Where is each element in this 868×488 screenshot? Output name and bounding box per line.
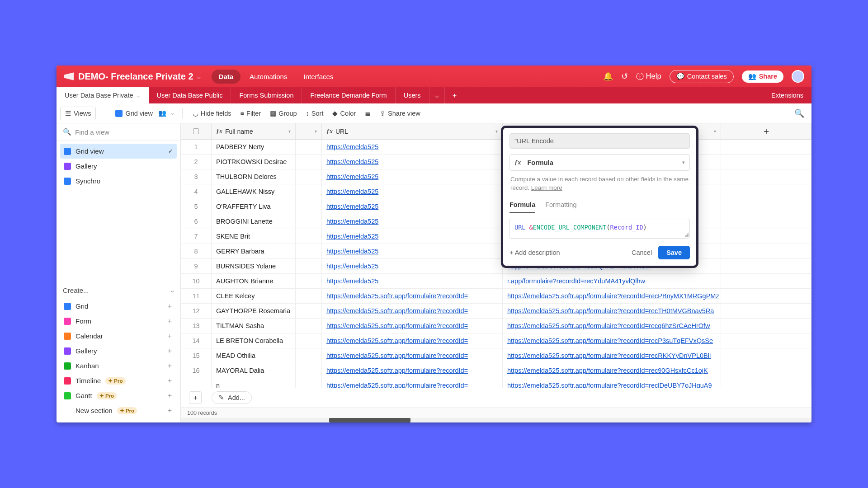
cell-url[interactable]: https://emelda525.softr.app/formulaire?r… (322, 289, 503, 303)
create-view-item[interactable]: Kanban＋ (60, 358, 177, 373)
column-header-fullname[interactable]: ƒxFull name▾ (212, 123, 296, 139)
url-link[interactable]: https://emelda525.softr.app/formulaire?r… (326, 382, 468, 388)
cell-url[interactable]: https://emelda525 (322, 140, 503, 154)
cell-fullname[interactable]: TILTMAN Sasha (212, 319, 296, 333)
filter-button[interactable]: ≡Filter (241, 110, 261, 117)
field-type-select[interactable]: ƒx Formula ▾ (509, 154, 690, 171)
cell-fullname[interactable]: MEAD Othilia (212, 348, 296, 363)
sidebar-view-item[interactable]: Synchro (60, 174, 177, 188)
create-view-item[interactable]: Calendar＋ (60, 328, 177, 343)
scrollbar-thumb[interactable] (329, 418, 410, 422)
sidebar-view-item[interactable]: Gallery (60, 159, 177, 174)
cell-url[interactable]: https://emelda525.softr.app/formulaire?r… (322, 319, 503, 333)
table-tab[interactable]: User Data Base Public (149, 87, 231, 103)
table-row[interactable]: 2PIOTRKOWSKI Desiraehttps://emelda525r.a… (181, 155, 811, 169)
search-button[interactable]: 🔍 (794, 108, 804, 118)
current-view-button[interactable]: Grid view 👥 ⌵ (113, 109, 176, 117)
table-row[interactable]: 1PADBERY Nertyhttps://emelda525r.app/for… (181, 140, 811, 155)
cell-blank[interactable] (296, 259, 322, 273)
cell-blank[interactable] (296, 378, 322, 388)
cell-url[interactable]: https://emelda525 (322, 244, 503, 258)
views-toggle-button[interactable]: ☰ Views (60, 107, 96, 120)
cell-fullname[interactable]: THULBORN Delores (212, 169, 296, 184)
base-title[interactable]: DEMO- Freelance Private 2 (78, 71, 193, 82)
cell-fullname[interactable]: PIOTRKOWSKI Desirae (212, 155, 296, 169)
cell-url-encode[interactable]: https://emelda525.softr.app/formulaire?r… (503, 333, 721, 348)
cell-url[interactable]: https://emelda525 (322, 169, 503, 184)
cell-url-encode[interactable]: https://emelda525.softr.app/formulaire?r… (503, 289, 721, 303)
encode-link[interactable]: https://emelda525.softr.app/formulaire?r… (507, 337, 713, 344)
encode-link[interactable]: https://emelda525.softr.app/formulaire?r… (507, 292, 719, 300)
user-avatar[interactable] (792, 70, 804, 83)
table-row[interactable]: 4GALLEHAWK Nissyhttps://emelda525r.app/f… (181, 184, 811, 199)
cell-blank[interactable] (296, 229, 322, 244)
url-link[interactable]: https://emelda525 (326, 143, 378, 150)
cell-url[interactable]: https://emelda525 (322, 274, 503, 288)
table-row[interactable]: 12GAYTHORPE Rosemariahttps://emelda525.s… (181, 304, 811, 319)
cell-url[interactable]: https://emelda525.softr.app/formulaire?r… (322, 363, 503, 378)
cell-blank[interactable] (296, 304, 322, 318)
cell-url[interactable]: https://emelda525 (322, 199, 503, 214)
url-link[interactable]: https://emelda525 (326, 173, 378, 180)
url-link[interactable]: https://emelda525.softr.app/formulaire?r… (326, 307, 468, 314)
table-row[interactable]: 6BROGGINI Lanettehttps://emelda525r.app/… (181, 214, 811, 229)
cell-fullname[interactable]: GALLEHAWK Nissy (212, 184, 296, 199)
add-table-button[interactable]: ＋ (445, 87, 464, 103)
tab-formula[interactable]: Formula (509, 197, 535, 213)
cell-blank[interactable] (296, 214, 322, 229)
table-row[interactable]: 5O'RAFFERTY Livahttps://emelda525r.app/f… (181, 199, 811, 214)
learn-more-link[interactable]: Learn more (531, 184, 562, 191)
url-link[interactable]: https://emelda525 (326, 233, 378, 240)
column-header-url[interactable]: ƒxURL▾ (322, 123, 503, 139)
cell-url-encode[interactable]: https://emelda525.softr.app/formulaire?r… (503, 319, 721, 333)
url-link[interactable]: https://emelda525 (326, 218, 378, 225)
sort-button[interactable]: ↕Sort (306, 110, 324, 117)
create-view-item[interactable]: Timeline ✦ Pro＋ (60, 373, 177, 388)
table-row[interactable]: 13TILTMAN Sashahttps://emelda525.softr.a… (181, 319, 811, 333)
primary-tab-interfaces[interactable]: Interfaces (296, 70, 340, 84)
cell-blank[interactable] (296, 184, 322, 199)
cell-fullname[interactable]: O'RAFFERTY Liva (212, 199, 296, 214)
cell-fullname[interactable]: SKENE Brit (212, 229, 296, 244)
cell-url-encode[interactable]: https://emelda525.softr.app/formulaire?r… (503, 304, 721, 318)
create-view-item[interactable]: New section ✦ Pro＋ (60, 403, 177, 418)
create-view-item[interactable]: Gallery＋ (60, 343, 177, 358)
cell-url[interactable]: https://emelda525 (322, 259, 503, 273)
url-link[interactable]: https://emelda525 (326, 158, 378, 165)
create-view-item[interactable]: Gantt ✦ Pro＋ (60, 388, 177, 403)
cell-fullname[interactable]: PADBERY Nerty (212, 140, 296, 154)
table-tab[interactable]: User Data Base Private⌵ (57, 87, 149, 103)
cell-fullname[interactable]: LE BRETON Corabella (212, 333, 296, 348)
field-name-input[interactable]: "URL Encode (509, 133, 690, 149)
url-link[interactable]: https://emelda525 (326, 248, 378, 255)
column-header-blank[interactable]: ▾ (296, 123, 322, 139)
cell-blank[interactable] (296, 155, 322, 169)
add-column-button[interactable]: ＋ (721, 123, 811, 139)
encode-link[interactable]: https://emelda525.softr.app/formulaire?r… (507, 307, 714, 314)
table-tab[interactable]: Forms Submission (231, 87, 302, 103)
url-link[interactable]: https://emelda525.softr.app/formulaire?r… (326, 292, 468, 300)
share-view-button[interactable]: ⇪Share view (380, 110, 420, 117)
find-view-input[interactable]: 🔍 Find a view (57, 123, 180, 141)
cell-url-encode[interactable]: https://emelda525.softr.app/formulaire?r… (503, 363, 721, 378)
header-checkbox[interactable] (181, 123, 212, 139)
cell-blank[interactable] (296, 199, 322, 214)
cell-url[interactable]: https://emelda525 (322, 184, 503, 199)
sidebar-view-item[interactable]: Grid view✓ (60, 144, 177, 159)
encode-link[interactable]: https://emelda525.softr.app/formulaire?r… (507, 352, 711, 359)
add-row-button[interactable]: ＋ (189, 391, 202, 404)
cell-url[interactable]: https://emelda525 (322, 155, 503, 169)
add-menu-button[interactable]: ✎ Add... (212, 391, 252, 404)
table-row[interactable]: nhttps://emelda525.softr.app/formulaire?… (181, 378, 811, 388)
table-tab[interactable]: Users (396, 87, 429, 103)
url-link[interactable]: https://emelda525 (326, 203, 378, 210)
table-tab[interactable]: Freelance Demande Form (302, 87, 395, 103)
save-button[interactable]: Save (658, 246, 690, 259)
horizontal-scrollbar[interactable] (181, 418, 811, 422)
encode-link[interactable]: https://emelda525.softr.app/formulaire?r… (507, 382, 712, 388)
cell-fullname[interactable]: BROGGINI Lanette (212, 214, 296, 229)
primary-tab-data[interactable]: Data (212, 70, 241, 84)
cell-url[interactable]: https://emelda525 (322, 229, 503, 244)
table-row[interactable]: 16MAYORAL Daliahttps://emelda525.softr.a… (181, 363, 811, 378)
table-row[interactable]: 9BURNSIDES Yolanehttps://emelda525r.app/… (181, 259, 811, 274)
